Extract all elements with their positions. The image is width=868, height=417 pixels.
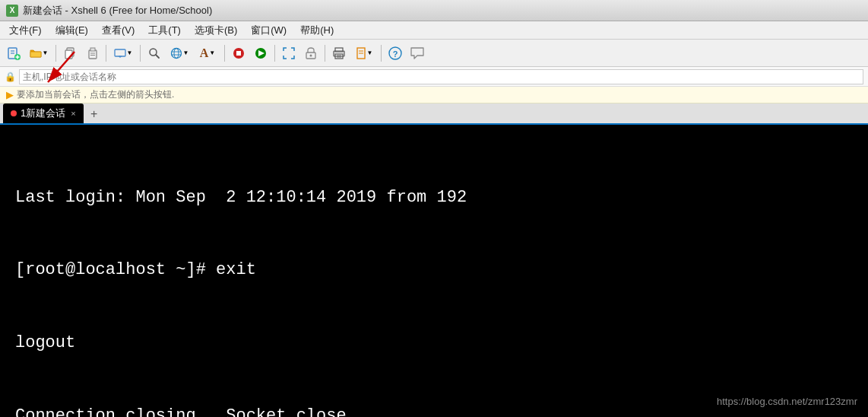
bookmark-dropdown-arrow: ▼ [367,49,373,56]
copy-button[interactable] [59,43,81,64]
screen-icon [114,49,126,58]
sep6 [325,45,325,62]
terminal-line-2: [root@localhost ~]# exit [15,258,853,282]
hint-icon: ▶ [6,89,14,100]
open-folder-button[interactable]: ▼ [25,43,52,64]
svg-rect-23 [236,51,241,56]
terminal-area[interactable]: Last login: Mon Sep 2 12:10:14 2019 from… [0,125,868,417]
globe-button[interactable]: ▼ [166,43,193,64]
svg-rect-6 [30,52,41,57]
bookmark-button[interactable]: ▼ [350,43,378,64]
sep4 [224,45,225,62]
address-input[interactable] [19,69,863,84]
paste-icon [86,47,98,59]
menu-help[interactable]: 帮助(H) [294,22,340,39]
window-title: 新建会话 - Xshell 6 (Free for Home/School) [23,4,212,18]
app-icon: X [6,5,18,17]
menu-view[interactable]: 查看(V) [96,22,141,39]
tab-status-dot [11,110,17,116]
sep2 [106,45,106,62]
svg-rect-9 [89,50,97,59]
svg-point-19 [174,48,179,58]
title-bar: X 新建会话 - Xshell 6 (Free for Home/School) [0,0,868,21]
fullscreen-icon [283,47,295,59]
sep5 [274,45,275,62]
bookmark-icon [356,47,366,59]
address-icon: 🔒 [5,72,16,82]
folder-icon [30,48,42,59]
sep7 [381,45,382,62]
chat-button[interactable] [407,43,428,64]
svg-rect-10 [90,48,95,51]
svg-rect-8 [65,50,72,59]
resume-icon [255,47,267,59]
tab-add-button[interactable]: + [85,105,103,123]
sep1 [55,45,56,62]
resume-button[interactable] [250,43,271,64]
svg-line-17 [156,55,159,58]
font-icon: A [200,46,209,60]
help-icon: ? [388,46,402,60]
paste-button[interactable] [81,43,103,64]
menu-window[interactable]: 窗口(W) [245,22,293,39]
svg-point-27 [310,54,312,56]
svg-point-18 [171,48,181,58]
stop-button[interactable] [228,43,249,64]
folder-dropdown-arrow: ▼ [43,49,49,56]
screen-dropdown-arrow: ▼ [127,49,133,56]
chat-icon [410,47,424,59]
tab-bar: 1新建会话 × + [0,103,868,125]
sep3 [140,45,141,62]
print-icon [333,47,345,59]
copy-icon [64,47,76,59]
app-window: X 新建会话 - Xshell 6 (Free for Home/School)… [0,0,868,417]
menu-tools[interactable]: 工具(T) [142,22,187,39]
hint-text: 要添加当前会话，点击左侧的箭头按钮. [17,88,174,101]
menu-options[interactable]: 选项卡(B) [188,22,243,39]
address-bar: 🔒 [0,67,868,87]
svg-rect-13 [115,49,125,56]
font-dropdown-arrow: ▼ [209,49,215,56]
svg-text:?: ? [393,49,398,58]
toolbar: ▼ [0,40,868,67]
tab-close-button[interactable]: × [71,109,75,118]
search-button[interactable] [144,43,165,64]
menu-edit[interactable]: 编辑(E) [49,22,94,39]
terminal-line-3: logout [15,331,853,355]
font-button[interactable]: A ▼ [194,43,221,64]
menu-file[interactable]: 文件(F) [3,22,48,39]
watermark: https://blog.csdn.net/zmr123zmr [717,395,857,409]
print-button[interactable] [328,43,350,64]
globe-dropdown-arrow: ▼ [183,49,189,56]
lock-button[interactable] [300,43,322,64]
new-session-button[interactable] [3,43,24,64]
search-icon [148,47,160,59]
terminal-line-1: Last login: Mon Sep 2 12:10:14 2019 from… [15,186,853,210]
lock-icon [306,47,316,59]
help-button[interactable]: ? [385,43,406,64]
fullscreen-button[interactable] [278,43,299,64]
new-session-icon [7,46,21,60]
tab-label: 1新建会话 [21,107,65,120]
screen-button[interactable]: ▼ [109,43,137,64]
hint-bar: ▶ 要添加当前会话，点击左侧的箭头按钮. [0,87,868,103]
globe-icon [170,47,182,59]
stop-icon [233,47,245,59]
tab-new-session[interactable]: 1新建会话 × [3,103,84,123]
menu-bar: 文件(F) 编辑(E) 查看(V) 工具(T) 选项卡(B) 窗口(W) 帮助(… [0,21,868,40]
